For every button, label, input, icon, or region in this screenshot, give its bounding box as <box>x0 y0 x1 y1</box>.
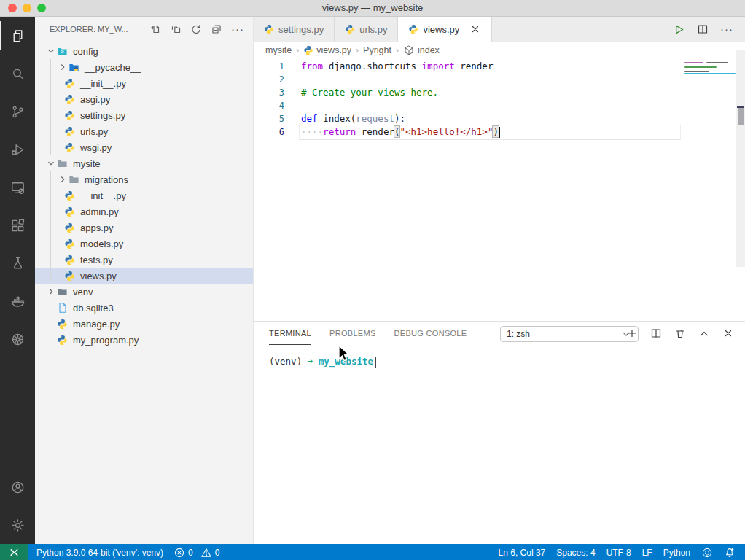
panel-tab-problems[interactable]: PROBLEMS <box>329 322 376 345</box>
maximize-panel-icon[interactable] <box>698 327 710 339</box>
collapse-folders-icon[interactable] <box>211 23 222 35</box>
minimap[interactable] <box>682 59 735 321</box>
code-line-1[interactable]: 1from django.shortcuts import render <box>254 60 745 73</box>
breadcrumb: mysite›views.py›Pyright›index <box>254 42 745 59</box>
line-number: 4 <box>254 99 284 112</box>
breadcrumb-index[interactable]: index <box>403 44 440 56</box>
tab-views.py[interactable]: views.py <box>398 17 492 42</box>
error-icon <box>173 547 185 559</box>
activity-accounts[interactable] <box>0 468 35 506</box>
status-python[interactable]: Python <box>663 548 690 558</box>
folder-icon <box>69 174 83 185</box>
tree-item-label: migrations <box>85 174 128 185</box>
tree-item-admin.py[interactable]: admin.py <box>35 203 253 219</box>
tree-item-manage.py[interactable]: manage.py <box>35 316 253 332</box>
problems-item[interactable]: 0 0 <box>173 547 219 559</box>
activity-source-control[interactable] <box>0 93 35 131</box>
activity-remote-explorer[interactable] <box>0 168 35 206</box>
remote-indicator[interactable] <box>0 544 28 560</box>
status-utf-8[interactable]: UTF-8 <box>606 548 631 558</box>
editor-area: settings.pyurls.pyviews.py ··· mysite›vi… <box>254 17 745 544</box>
tab-settings.py[interactable]: settings.py <box>254 17 335 42</box>
activity-run-and-debug[interactable] <box>0 131 35 168</box>
new-file-icon[interactable] <box>149 23 161 35</box>
notifications-bell-icon[interactable] <box>724 547 736 559</box>
new-folder-icon[interactable] <box>170 23 182 35</box>
tree-item-__init__.py[interactable]: __init__.py <box>35 75 253 91</box>
activity-search[interactable] <box>0 55 35 93</box>
editor-scrollbar[interactable] <box>736 50 745 267</box>
code-line-5[interactable]: 5def index(request): <box>254 112 745 125</box>
scrollbar-thumb[interactable] <box>738 108 744 125</box>
extensions-icon <box>9 217 26 234</box>
tree-item-label: venv <box>73 287 93 298</box>
tree-item-__pycache__[interactable]: __pycache__ <box>35 59 253 75</box>
tree-item-venv[interactable]: venv <box>35 284 253 300</box>
more-actions-icon[interactable]: ··· <box>231 26 244 33</box>
activity-manage-settings[interactable] <box>0 506 35 544</box>
code-editor[interactable]: 1from django.shortcuts import render23# … <box>254 59 745 321</box>
tree-item-asgi.py[interactable]: asgi.py <box>35 91 253 107</box>
tree-item-label: asgi.py <box>80 94 110 105</box>
tree-item-label: db.sqlite3 <box>73 303 114 314</box>
tree-item-apps.py[interactable]: apps.py <box>35 219 253 236</box>
refresh-explorer-icon[interactable] <box>190 23 202 35</box>
tree-item-label: tests.py <box>80 254 113 265</box>
tree-item-models.py[interactable]: models.py <box>35 236 253 252</box>
status-ln-6[interactable]: Ln 6, Col 37 <box>499 548 546 558</box>
python-icon <box>64 238 79 249</box>
feedback-icon[interactable] <box>701 547 713 559</box>
activity-extensions[interactable] <box>0 206 35 244</box>
split-terminal-icon[interactable] <box>650 327 662 339</box>
tree-item-settings.py[interactable]: settings.py <box>35 107 253 123</box>
panel-actions <box>626 322 734 344</box>
activity-kubernetes[interactable] <box>0 320 35 358</box>
tree-item-tests.py[interactable]: tests.py <box>35 252 253 268</box>
breadcrumb-separator: › <box>355 45 359 55</box>
tree-item-config[interactable]: config <box>35 43 253 59</box>
code-line-2[interactable]: 2 <box>254 73 745 86</box>
accounts-icon <box>9 479 26 496</box>
run-icon[interactable] <box>673 23 685 36</box>
remote-explorer-icon <box>9 179 26 196</box>
breadcrumb-Pyright[interactable]: Pyright <box>363 45 391 55</box>
terminal-content[interactable]: (venv) ➜ my_website <box>254 344 745 368</box>
panel-tab-terminal[interactable]: TERMINAL <box>269 322 311 345</box>
breadcrumb-views.py[interactable]: views.py <box>303 45 351 55</box>
code-line-4[interactable]: 4 <box>254 99 745 112</box>
status-right: Ln 6, Col 37Spaces: 4UTF-8LFPython <box>499 547 745 559</box>
more-actions-icon[interactable]: ··· <box>720 26 733 33</box>
error-count: 0 <box>188 548 193 558</box>
python-icon <box>64 110 79 121</box>
new-terminal-icon[interactable] <box>626 327 638 339</box>
tree-chevron-icon <box>45 46 57 56</box>
close-panel-icon[interactable] <box>722 327 734 339</box>
close-tab-icon[interactable] <box>469 23 481 35</box>
panel-tab-debug-console[interactable]: DEBUG CONSOLE <box>394 322 467 345</box>
status-lf[interactable]: LF <box>642 548 652 558</box>
tab-urls.py[interactable]: urls.py <box>335 17 398 42</box>
manage-settings-icon <box>9 517 26 534</box>
code-text: ····return render("<h1>hello!</h1>") <box>301 125 500 139</box>
tree-item-urls.py[interactable]: urls.py <box>35 123 253 139</box>
activity-testing[interactable] <box>0 244 35 282</box>
terminal-shell-select[interactable]: 1: zsh <box>500 326 639 342</box>
tree-item-db.sqlite3[interactable]: db.sqlite3 <box>35 300 253 316</box>
tree-item-mysite[interactable]: mysite <box>35 155 253 171</box>
tree-item-views.py[interactable]: views.py <box>35 268 253 284</box>
split-editor-icon[interactable] <box>697 23 709 35</box>
breadcrumb-mysite[interactable]: mysite <box>265 45 292 55</box>
status-spaces[interactable]: Spaces: 4 <box>556 548 595 558</box>
tree-item-migrations[interactable]: migrations <box>35 171 253 187</box>
tree-item-__init__.py[interactable]: __init__.py <box>35 187 253 203</box>
code-line-6[interactable]: 6····return render("<h1>hello!</h1>") <box>254 125 745 139</box>
tree-item-my_program.py[interactable]: my_program.py <box>35 332 253 348</box>
python-interpreter-item[interactable]: Python 3.9.0 64-bit ('venv': venv) <box>36 548 163 558</box>
activity-explorer[interactable] <box>0 17 35 55</box>
activity-docker[interactable] <box>0 282 35 320</box>
code-line-3[interactable]: 3# Create your views here. <box>254 86 745 99</box>
tree-item-wsgi.py[interactable]: wsgi.py <box>35 139 253 155</box>
tree-chevron-icon <box>57 174 69 184</box>
kubernetes-icon <box>9 331 26 348</box>
kill-terminal-icon[interactable] <box>674 327 686 339</box>
